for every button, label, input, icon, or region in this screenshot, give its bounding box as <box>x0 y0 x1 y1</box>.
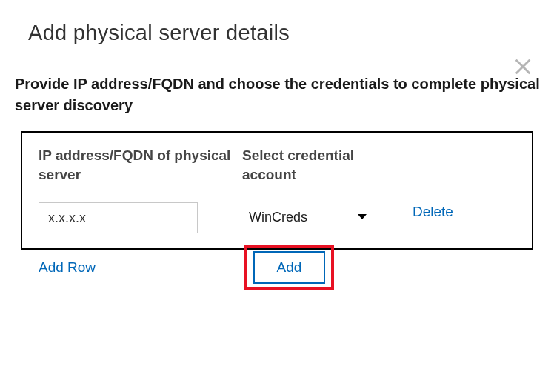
delete-row-link[interactable]: Delete <box>413 204 515 220</box>
add-button[interactable]: Add <box>253 251 326 284</box>
close-icon <box>513 56 533 77</box>
ip-column-header: IP address/FQDN of physical server <box>39 146 235 192</box>
ip-fqdn-input[interactable] <box>39 202 198 233</box>
add-row-link[interactable]: Add Row <box>39 259 96 276</box>
page-title: Add physical server details <box>28 21 526 45</box>
credential-column-header: Select credential account <box>242 146 405 192</box>
add-button-wrapper: Add <box>253 251 326 284</box>
credential-select[interactable]: WinCreds <box>242 202 376 232</box>
dialog-header: Add physical server details <box>0 0 554 53</box>
close-button[interactable] <box>513 56 533 77</box>
instruction-text: Provide IP address/FQDN and choose the c… <box>0 53 554 131</box>
server-table: IP address/FQDN of physical server Selec… <box>21 131 533 250</box>
